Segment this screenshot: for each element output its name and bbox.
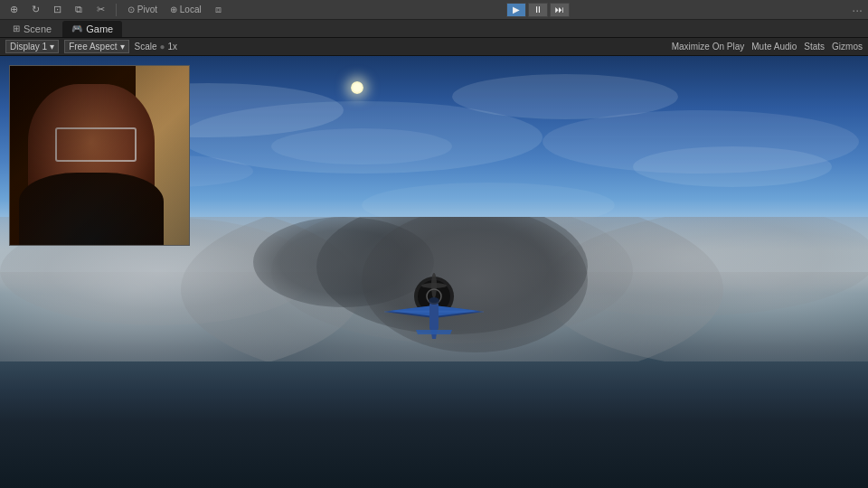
aspect-chevron-icon: ▾ — [120, 42, 125, 52]
game-tab-label: Game — [86, 23, 113, 34]
toolbar-icon-3[interactable]: ⊡ — [49, 2, 65, 18]
pip-shadow — [10, 66, 189, 245]
pip-webcam — [9, 65, 190, 246]
maximize-on-play-btn[interactable]: Maximize On Play — [672, 42, 745, 52]
mute-audio-btn[interactable]: Mute Audio — [751, 42, 797, 52]
pause-button[interactable]: ⏸ — [528, 3, 548, 17]
scale-value: 1x — [168, 42, 178, 52]
game-toolbar-right: Maximize On Play Mute Audio Stats Gizmos — [672, 42, 863, 52]
main-toolbar: ⊕ ↻ ⊡ ⧉ ✂ ⊙ Pivot ⊕ Local ⧈ ▶ ⏸ ⏭ ··· — [0, 0, 868, 20]
step-button[interactable]: ⏭ — [550, 3, 570, 17]
toolbar-more[interactable]: ··· — [852, 3, 863, 17]
scene-tab-icon: ⊞ — [13, 23, 20, 33]
toolbar-icon-5[interactable]: ✂ — [92, 2, 108, 18]
playbar: ▶ ⏸ ⏭ — [506, 3, 570, 17]
tab-game[interactable]: 🎮 Game — [62, 21, 122, 37]
plane-svg — [380, 271, 488, 343]
pip-inner — [10, 66, 189, 245]
aspect-dropdown[interactable]: Free Aspect ▾ — [64, 40, 128, 53]
tab-scene[interactable]: ⊞ Scene — [4, 21, 61, 37]
toolbar-sep-1 — [116, 4, 117, 16]
scale-label: Scale — [135, 42, 157, 52]
display-label: Display 1 — [10, 42, 47, 52]
tab-bar: ⊞ Scene 🎮 Game — [0, 20, 868, 38]
svg-marker-8 — [416, 330, 452, 334]
toolbar-icon-6[interactable]: ⧈ — [211, 2, 227, 18]
svg-point-12 — [429, 297, 439, 305]
display-dropdown[interactable]: Display 1 ▾ — [5, 40, 59, 53]
airplane — [380, 271, 488, 343]
local-btn[interactable]: ⊕ Local — [166, 2, 205, 18]
scene-tab-label: Scene — [24, 23, 52, 34]
scale-icon: ● — [160, 42, 165, 52]
toolbar-icon-2[interactable]: ↻ — [27, 2, 43, 18]
game-view — [0, 56, 868, 488]
game-toolbar: Display 1 ▾ Free Aspect ▾ Scale ● 1x Max… — [0, 38, 868, 56]
pivot-btn[interactable]: ⊙ Pivot — [124, 2, 161, 18]
scale-control[interactable]: Scale ● 1x — [135, 42, 178, 52]
play-button[interactable]: ▶ — [506, 3, 526, 17]
toolbar-icon-4[interactable]: ⧉ — [71, 2, 87, 18]
aspect-label: Free Aspect — [69, 42, 117, 52]
svg-point-10 — [421, 283, 447, 288]
display-chevron-icon: ▾ — [50, 42, 54, 52]
svg-rect-6 — [429, 303, 439, 330]
gizmos-btn[interactable]: Gizmos — [832, 42, 863, 52]
stats-btn[interactable]: Stats — [804, 42, 825, 52]
game-tab-icon: 🎮 — [71, 23, 82, 33]
toolbar-icon-1[interactable]: ⊕ — [5, 2, 22, 18]
